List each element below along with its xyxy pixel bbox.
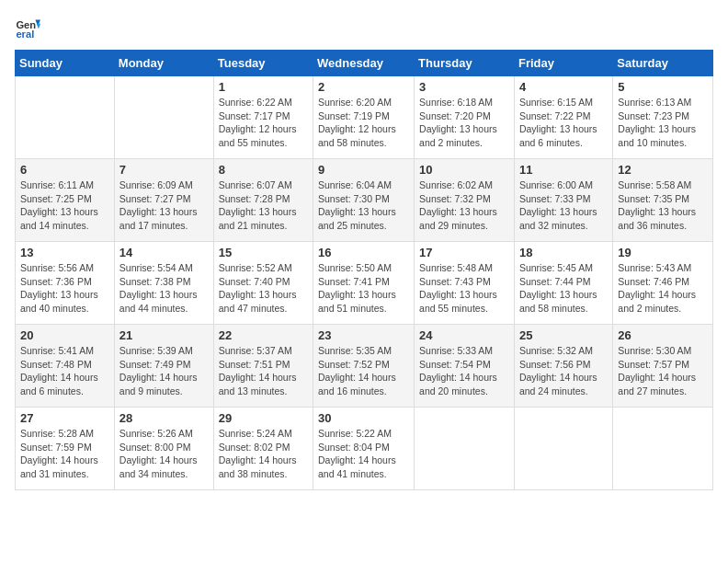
svg-marker-3 bbox=[37, 24, 40, 29]
day-number: 24 bbox=[419, 328, 509, 342]
calendar-cell: 7Sunrise: 6:09 AM Sunset: 7:27 PM Daylig… bbox=[114, 159, 213, 242]
calendar-cell: 18Sunrise: 5:45 AM Sunset: 7:44 PM Dayli… bbox=[514, 242, 612, 325]
day-number: 18 bbox=[519, 246, 608, 259]
day-number: 9 bbox=[318, 163, 409, 177]
calendar-cell: 27Sunrise: 5:28 AM Sunset: 7:59 PM Dayli… bbox=[16, 408, 115, 490]
day-info: Sunrise: 5:54 AM Sunset: 7:38 PM Dayligh… bbox=[119, 261, 209, 316]
svg-text:eral: eral bbox=[16, 29, 34, 40]
day-info: Sunrise: 5:39 AM Sunset: 7:49 PM Dayligh… bbox=[119, 344, 209, 398]
day-number: 21 bbox=[119, 328, 209, 342]
calendar-table: SundayMondayTuesdayWednesdayThursdayFrid… bbox=[15, 50, 713, 490]
day-number: 25 bbox=[519, 328, 608, 342]
day-number: 17 bbox=[419, 246, 509, 259]
logo-icon: Gen eral bbox=[15, 15, 40, 40]
day-info: Sunrise: 5:56 AM Sunset: 7:36 PM Dayligh… bbox=[20, 261, 109, 316]
day-info: Sunrise: 6:00 AM Sunset: 7:33 PM Dayligh… bbox=[519, 178, 608, 233]
calendar-cell bbox=[613, 408, 713, 490]
calendar-cell: 26Sunrise: 5:30 AM Sunset: 7:57 PM Dayli… bbox=[613, 325, 713, 408]
day-number: 3 bbox=[419, 80, 509, 94]
day-number: 7 bbox=[119, 163, 209, 177]
day-info: Sunrise: 6:15 AM Sunset: 7:22 PM Dayligh… bbox=[519, 96, 608, 150]
day-info: Sunrise: 5:30 AM Sunset: 7:57 PM Dayligh… bbox=[618, 344, 708, 398]
day-info: Sunrise: 5:37 AM Sunset: 7:51 PM Dayligh… bbox=[219, 344, 308, 398]
calendar-cell: 9Sunrise: 6:04 AM Sunset: 7:30 PM Daylig… bbox=[313, 159, 415, 242]
day-number: 23 bbox=[318, 328, 409, 342]
logo: Gen eral bbox=[15, 15, 44, 40]
calendar-cell: 5Sunrise: 6:13 AM Sunset: 7:23 PM Daylig… bbox=[613, 76, 713, 159]
day-info: Sunrise: 6:18 AM Sunset: 7:20 PM Dayligh… bbox=[419, 96, 509, 150]
calendar-cell: 15Sunrise: 5:52 AM Sunset: 7:40 PM Dayli… bbox=[213, 242, 313, 325]
day-number: 4 bbox=[519, 80, 608, 94]
day-number: 11 bbox=[519, 163, 608, 177]
day-info: Sunrise: 5:52 AM Sunset: 7:40 PM Dayligh… bbox=[219, 261, 308, 316]
day-of-week-header: Tuesday bbox=[213, 51, 313, 76]
day-of-week-header: Saturday bbox=[613, 51, 713, 76]
day-number: 22 bbox=[219, 328, 308, 342]
calendar-cell: 20Sunrise: 5:41 AM Sunset: 7:48 PM Dayli… bbox=[16, 325, 115, 408]
day-of-week-header: Friday bbox=[514, 51, 612, 76]
calendar-cell: 29Sunrise: 5:24 AM Sunset: 8:02 PM Dayli… bbox=[213, 408, 313, 490]
day-info: Sunrise: 5:48 AM Sunset: 7:43 PM Dayligh… bbox=[419, 261, 509, 316]
calendar-cell: 12Sunrise: 5:58 AM Sunset: 7:35 PM Dayli… bbox=[613, 159, 713, 242]
calendar-cell: 21Sunrise: 5:39 AM Sunset: 7:49 PM Dayli… bbox=[114, 325, 213, 408]
calendar-cell: 24Sunrise: 5:33 AM Sunset: 7:54 PM Dayli… bbox=[415, 325, 515, 408]
calendar-cell: 14Sunrise: 5:54 AM Sunset: 7:38 PM Dayli… bbox=[114, 242, 213, 325]
day-info: Sunrise: 5:24 AM Sunset: 8:02 PM Dayligh… bbox=[219, 427, 308, 481]
day-number: 10 bbox=[419, 163, 509, 177]
day-of-week-header: Monday bbox=[114, 51, 213, 76]
day-info: Sunrise: 5:28 AM Sunset: 7:59 PM Dayligh… bbox=[20, 427, 109, 481]
day-info: Sunrise: 6:04 AM Sunset: 7:30 PM Dayligh… bbox=[318, 178, 409, 233]
day-info: Sunrise: 5:41 AM Sunset: 7:48 PM Dayligh… bbox=[20, 344, 109, 398]
calendar-cell: 8Sunrise: 6:07 AM Sunset: 7:28 PM Daylig… bbox=[213, 159, 313, 242]
day-info: Sunrise: 6:07 AM Sunset: 7:28 PM Dayligh… bbox=[219, 178, 308, 233]
day-info: Sunrise: 6:02 AM Sunset: 7:32 PM Dayligh… bbox=[419, 178, 509, 233]
day-number: 5 bbox=[618, 80, 708, 94]
day-number: 14 bbox=[119, 246, 209, 259]
day-number: 26 bbox=[618, 328, 708, 342]
calendar-cell: 19Sunrise: 5:43 AM Sunset: 7:46 PM Dayli… bbox=[613, 242, 713, 325]
day-info: Sunrise: 6:11 AM Sunset: 7:25 PM Dayligh… bbox=[20, 178, 109, 233]
day-number: 8 bbox=[219, 163, 308, 177]
calendar-cell: 1Sunrise: 6:22 AM Sunset: 7:17 PM Daylig… bbox=[213, 76, 313, 159]
day-info: Sunrise: 6:13 AM Sunset: 7:23 PM Dayligh… bbox=[618, 96, 708, 150]
day-info: Sunrise: 5:58 AM Sunset: 7:35 PM Dayligh… bbox=[618, 178, 708, 233]
day-info: Sunrise: 6:20 AM Sunset: 7:19 PM Dayligh… bbox=[318, 96, 409, 150]
calendar-cell bbox=[415, 408, 515, 490]
day-info: Sunrise: 5:50 AM Sunset: 7:41 PM Dayligh… bbox=[318, 261, 409, 316]
calendar-cell: 13Sunrise: 5:56 AM Sunset: 7:36 PM Dayli… bbox=[16, 242, 115, 325]
calendar-cell: 23Sunrise: 5:35 AM Sunset: 7:52 PM Dayli… bbox=[313, 325, 415, 408]
calendar-cell: 22Sunrise: 5:37 AM Sunset: 7:51 PM Dayli… bbox=[213, 325, 313, 408]
day-info: Sunrise: 5:32 AM Sunset: 7:56 PM Dayligh… bbox=[519, 344, 608, 398]
day-number: 16 bbox=[318, 246, 409, 259]
calendar-cell: 4Sunrise: 6:15 AM Sunset: 7:22 PM Daylig… bbox=[514, 76, 612, 159]
day-info: Sunrise: 5:43 AM Sunset: 7:46 PM Dayligh… bbox=[618, 261, 708, 316]
day-number: 2 bbox=[318, 80, 409, 94]
day-number: 28 bbox=[119, 411, 209, 425]
day-of-week-header: Wednesday bbox=[313, 51, 415, 76]
calendar-cell: 28Sunrise: 5:26 AM Sunset: 8:00 PM Dayli… bbox=[114, 408, 213, 490]
day-info: Sunrise: 5:35 AM Sunset: 7:52 PM Dayligh… bbox=[318, 344, 409, 398]
day-number: 30 bbox=[318, 411, 409, 425]
day-number: 20 bbox=[20, 328, 109, 342]
day-of-week-header: Thursday bbox=[415, 51, 515, 76]
day-number: 12 bbox=[618, 163, 708, 177]
day-info: Sunrise: 5:33 AM Sunset: 7:54 PM Dayligh… bbox=[419, 344, 509, 398]
calendar-cell bbox=[114, 76, 213, 159]
day-info: Sunrise: 5:26 AM Sunset: 8:00 PM Dayligh… bbox=[119, 427, 209, 481]
day-info: Sunrise: 5:45 AM Sunset: 7:44 PM Dayligh… bbox=[519, 261, 608, 316]
day-info: Sunrise: 6:22 AM Sunset: 7:17 PM Dayligh… bbox=[219, 96, 308, 150]
calendar-cell: 30Sunrise: 5:22 AM Sunset: 8:04 PM Dayli… bbox=[313, 408, 415, 490]
day-number: 13 bbox=[20, 246, 109, 259]
day-info: Sunrise: 5:22 AM Sunset: 8:04 PM Dayligh… bbox=[318, 427, 409, 481]
page-header: Gen eral bbox=[15, 15, 713, 40]
calendar-cell: 6Sunrise: 6:11 AM Sunset: 7:25 PM Daylig… bbox=[16, 159, 115, 242]
calendar-cell: 10Sunrise: 6:02 AM Sunset: 7:32 PM Dayli… bbox=[415, 159, 515, 242]
calendar-cell: 16Sunrise: 5:50 AM Sunset: 7:41 PM Dayli… bbox=[313, 242, 415, 325]
day-of-week-header: Sunday bbox=[16, 51, 115, 76]
day-number: 19 bbox=[618, 246, 708, 259]
day-number: 1 bbox=[219, 80, 308, 94]
day-info: Sunrise: 6:09 AM Sunset: 7:27 PM Dayligh… bbox=[119, 178, 209, 233]
calendar-cell: 11Sunrise: 6:00 AM Sunset: 7:33 PM Dayli… bbox=[514, 159, 612, 242]
calendar-cell bbox=[16, 76, 115, 159]
day-number: 15 bbox=[219, 246, 308, 259]
